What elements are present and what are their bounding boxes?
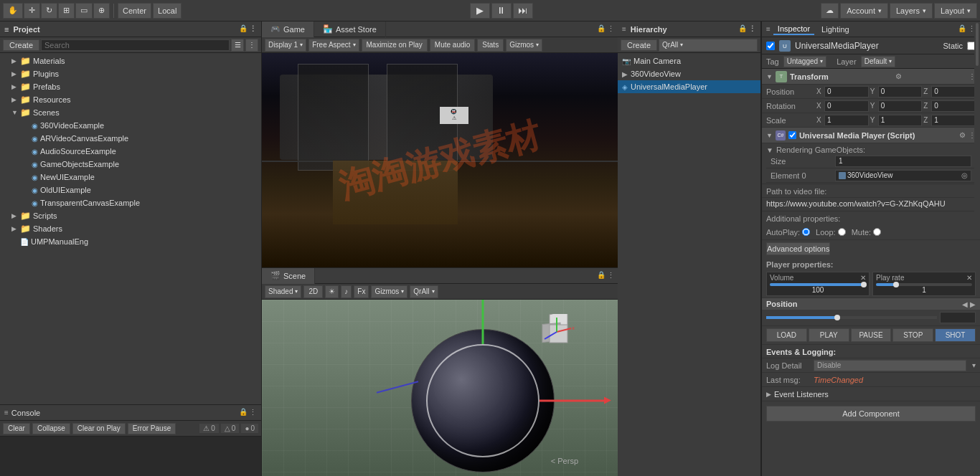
multi-tool[interactable]: ⊕	[93, 3, 110, 19]
script-section-header[interactable]: ▼ C# Universal Media Player (Script) ⚙ ⋮	[762, 128, 980, 143]
playrate-track[interactable]	[876, 283, 972, 286]
add-component-btn[interactable]: Add Component	[766, 406, 976, 422]
mute-radio[interactable]	[873, 228, 881, 236]
clear-on-play-button[interactable]: Clear on Play	[72, 423, 126, 434]
pos-z-input[interactable]	[931, 86, 976, 97]
lighting-btn[interactable]: ☀	[325, 285, 339, 298]
position-slider-track[interactable]	[766, 316, 937, 319]
file-umpmanual[interactable]: 📄 UMPManualEng	[0, 235, 261, 248]
hier-universal-media-player[interactable]: ◈ UniversalMediaPlayer	[618, 80, 760, 93]
rect-tool[interactable]: ▭	[75, 3, 93, 19]
pos-y-input[interactable]	[878, 86, 923, 97]
project-scrollbar[interactable]	[974, 22, 980, 229]
scene-audio[interactable]: ◉ AudioSourceExample	[0, 145, 261, 158]
scene-360video[interactable]: ◉ 360VideoExample	[0, 119, 261, 132]
scale-tool[interactable]: ⊞	[58, 3, 75, 19]
loop-radio[interactable]	[838, 228, 846, 236]
scene-newui[interactable]: ◉ NewUIExample	[0, 171, 261, 184]
lighting-tab[interactable]: Lighting	[817, 24, 854, 34]
rot-x-input[interactable]	[824, 100, 869, 112]
position-value-input[interactable]: 0.41355	[940, 312, 976, 323]
gizmos-dropdown[interactable]: Gizmos	[506, 39, 542, 52]
script-settings[interactable]: ⚙	[959, 131, 966, 139]
scene-transparent[interactable]: ◉ TransparentCanvasExample	[0, 196, 261, 209]
clear-button[interactable]: Clear	[3, 423, 30, 434]
folder-shaders[interactable]: ▶ 📁 Shaders	[0, 222, 261, 235]
play-media-btn[interactable]: PLAY	[809, 328, 849, 342]
stop-btn[interactable]: STOP	[892, 328, 933, 342]
transform-section-header[interactable]: ▼ T Transform ⚙ ⋮	[762, 69, 980, 85]
volume-reset-btn[interactable]: ✕	[860, 274, 866, 282]
search-input[interactable]	[41, 39, 230, 51]
transform-settings[interactable]: ⚙	[895, 72, 902, 80]
autoplay-radio[interactable]	[802, 228, 810, 236]
log-detail-arrow[interactable]: ▾	[972, 361, 976, 369]
stats-btn[interactable]: Stats	[477, 39, 504, 52]
fx-btn[interactable]: Fx	[354, 285, 369, 298]
create-button[interactable]: Create	[3, 39, 39, 51]
rot-z-input[interactable]	[931, 100, 976, 112]
rot-y-input[interactable]	[878, 100, 923, 112]
size-input[interactable]	[835, 156, 971, 167]
mute-audio-btn[interactable]: Mute audio	[430, 39, 475, 52]
scale-x-input[interactable]	[824, 115, 869, 126]
layout-dropdown[interactable]: Layout	[934, 3, 977, 19]
2d-toggle[interactable]: 2D	[303, 285, 323, 298]
ref-pick-btn[interactable]: ◎	[961, 171, 968, 179]
account-dropdown[interactable]: Account	[840, 3, 888, 19]
folder-plugins[interactable]: ▶ 📁 Plugins	[0, 67, 261, 80]
audio-btn[interactable]: ♪	[341, 285, 352, 298]
hier-main-camera[interactable]: 📷 Main Camera	[618, 54, 760, 67]
position-slider-thumb[interactable]	[834, 315, 840, 320]
play-button[interactable]: ▶	[470, 3, 490, 19]
project-panel-menu[interactable]: ⋮	[249, 24, 257, 34]
console-menu[interactable]: ⋮	[249, 408, 257, 417]
folder-scenes[interactable]: ▼ 📁 Scenes	[0, 106, 261, 119]
pivot-space-btn[interactable]: Local	[153, 3, 182, 19]
layers-dropdown[interactable]: Layers	[890, 3, 933, 19]
scale-y-input[interactable]	[878, 115, 923, 126]
folder-scripts[interactable]: ▶ 📁 Scripts	[0, 209, 261, 222]
move-tool[interactable]: ✛	[24, 3, 40, 19]
pos-x-input[interactable]	[824, 86, 869, 97]
playrate-reset-btn[interactable]: ✕	[966, 274, 972, 282]
layer-dropdown[interactable]: Default	[861, 56, 896, 67]
folder-materials[interactable]: ▶ 📁 Materials	[0, 54, 261, 67]
rotate-tool[interactable]: ↻	[41, 3, 57, 19]
hand-tool[interactable]: ✋	[3, 3, 23, 19]
scene-oldui[interactable]: ◉ OldUIExample	[0, 184, 261, 196]
scene-gizmos-dropdown[interactable]: Gizmos	[371, 285, 407, 298]
pause-button[interactable]: ⏸	[491, 3, 512, 19]
advanced-options-btn[interactable]: Advanced options	[766, 242, 830, 255]
pause-media-btn[interactable]: PAUSE	[851, 328, 892, 342]
pos-right-arrow[interactable]: ▶	[970, 300, 976, 308]
folder-prefabs[interactable]: ▶ 📁 Prefabs	[0, 80, 261, 93]
pivot-mode-btn[interactable]: Center	[118, 3, 151, 19]
error-pause-button[interactable]: Error Pause	[128, 423, 176, 434]
step-button[interactable]: ⏭	[513, 3, 533, 19]
scene-gameobjects[interactable]: ◉ GameObjectsExample	[0, 158, 261, 171]
tab-scene[interactable]: 🎬 Scene	[262, 268, 315, 284]
tab-asset-store[interactable]: 🏪 Asset Store	[314, 22, 386, 37]
hierarchy-search-dropdown[interactable]: QrAll	[659, 39, 758, 52]
scale-z-input[interactable]	[931, 115, 976, 126]
inspector-tab[interactable]: Inspector	[773, 24, 814, 35]
project-options-btn[interactable]: ⋮	[245, 39, 258, 52]
folder-resources[interactable]: ▶ 📁 Resources	[0, 93, 261, 106]
tab-game[interactable]: 🎮 Game	[262, 22, 314, 37]
tag-dropdown[interactable]: Untagged	[783, 56, 826, 67]
shading-dropdown[interactable]: Shaded	[265, 285, 301, 298]
scene-arvideo[interactable]: ◉ ARVideoCanvasExample	[0, 132, 261, 145]
cloud-button[interactable]: ☁	[821, 3, 839, 19]
pos-left-arrow[interactable]: ◀	[962, 300, 968, 308]
scene-view-menu[interactable]: ⋮	[607, 271, 615, 280]
aspect-dropdown[interactable]: Free Aspect	[308, 39, 359, 52]
maximize-on-play-btn[interactable]: Maximize on Play	[362, 39, 428, 52]
hier-360videoview[interactable]: ▶ 360VideoView	[618, 67, 760, 80]
shot-btn[interactable]: SHOT	[935, 328, 976, 342]
scene-search-dropdown[interactable]: QrAll	[410, 285, 438, 298]
script-enabled-checkbox[interactable]	[788, 131, 796, 139]
game-view-menu[interactable]: ⋮	[607, 24, 615, 34]
object-active-checkbox[interactable]	[766, 42, 775, 50]
display-dropdown[interactable]: Display 1	[265, 39, 306, 52]
